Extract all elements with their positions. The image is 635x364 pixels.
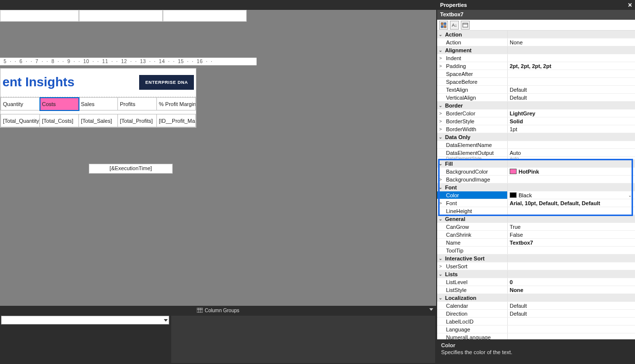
property-row-usersort[interactable]: >UserSort bbox=[437, 262, 635, 270]
property-category-lists[interactable]: ⌄Lists bbox=[437, 270, 635, 278]
property-category-alignment[interactable]: ⌄Alignment bbox=[437, 46, 635, 54]
chevron-down-icon[interactable]: ⌄ bbox=[437, 215, 444, 222]
property-category-general[interactable]: ⌄General bbox=[437, 215, 635, 223]
chevron-down-icon[interactable]: ⌄ bbox=[437, 270, 444, 278]
property-row-cangrow[interactable]: CanGrowTrue bbox=[437, 223, 635, 231]
property-row-font[interactable]: >FontArial, 10pt, Default, Default, Defa… bbox=[437, 199, 635, 207]
property-pages-button[interactable] bbox=[461, 21, 470, 30]
expander-icon[interactable] bbox=[437, 333, 444, 339]
expander-icon[interactable]: > bbox=[437, 54, 444, 62]
property-category-action[interactable]: ⌄Action bbox=[437, 31, 635, 38]
property-row-backgroundimage[interactable]: >BackgroundImage bbox=[437, 176, 635, 183]
column-header-quantity[interactable]: Quantity bbox=[1, 98, 40, 110]
property-row-color[interactable]: Color⌄ bbox=[437, 191, 635, 199]
chevron-down-icon[interactable]: ⌄ bbox=[437, 255, 444, 262]
column-header-sales[interactable]: Sales bbox=[79, 98, 118, 110]
group-dropdown[interactable] bbox=[1, 316, 169, 325]
property-row-backgroundcolor[interactable]: BackgroundColorHotPink bbox=[437, 168, 635, 176]
expander-icon[interactable] bbox=[437, 191, 444, 199]
property-row-liststyle[interactable]: ListStyleNone bbox=[437, 286, 635, 294]
property-row-language[interactable]: Language bbox=[437, 326, 635, 333]
expander-icon[interactable] bbox=[437, 231, 444, 238]
property-category-localization[interactable]: ⌄Localization bbox=[437, 294, 635, 302]
expander-icon[interactable]: > bbox=[437, 109, 444, 117]
chevron-down-icon[interactable] bbox=[429, 308, 433, 311]
property-value-input[interactable] bbox=[519, 192, 598, 198]
property-row-textalign[interactable]: TextAlignDefault bbox=[437, 86, 635, 94]
property-row-canshrink[interactable]: CanShrinkFalse bbox=[437, 231, 635, 239]
expander-icon[interactable] bbox=[437, 239, 444, 246]
report-body[interactable]: ent Insights ENTERPRISE DNA Quantity Cos… bbox=[0, 68, 196, 128]
chevron-down-icon[interactable]: ⌄ bbox=[437, 133, 444, 141]
property-row-numerallanguage[interactable]: NumeralLanguage bbox=[437, 333, 635, 339]
property-row-borderstyle[interactable]: >BorderStyleSolid bbox=[437, 117, 635, 125]
expander-icon[interactable]: > bbox=[437, 262, 444, 270]
expander-icon[interactable] bbox=[437, 326, 444, 333]
property-row-name[interactable]: NameTextbox7 bbox=[437, 239, 635, 247]
field-total-sales[interactable]: [Total_Sales] bbox=[79, 114, 118, 127]
column-groups-pane[interactable] bbox=[171, 316, 435, 363]
expander-icon[interactable] bbox=[437, 302, 444, 309]
field-total-profits[interactable]: [Total_Profits] bbox=[118, 114, 157, 127]
expander-icon[interactable] bbox=[437, 168, 444, 175]
expander-icon[interactable] bbox=[437, 141, 444, 148]
expander-icon[interactable]: > bbox=[437, 176, 444, 183]
column-header-costs[interactable]: Costs bbox=[40, 98, 79, 110]
property-row-indent[interactable]: >Indent bbox=[437, 54, 635, 62]
column-header-profit-margin[interactable]: % Profit Margin bbox=[157, 98, 196, 110]
property-row-calendar[interactable]: CalendarDefault bbox=[437, 302, 635, 310]
property-row-dataelementname[interactable]: DataElementName bbox=[437, 141, 635, 149]
property-row-spacebefore[interactable]: SpaceBefore bbox=[437, 78, 635, 86]
property-category-data-only[interactable]: ⌄Data Only bbox=[437, 133, 635, 141]
expander-icon[interactable] bbox=[437, 149, 444, 156]
expander-icon[interactable]: > bbox=[437, 62, 444, 70]
property-category-border[interactable]: ⌄Border bbox=[437, 102, 635, 109]
expander-icon[interactable] bbox=[437, 78, 444, 85]
expander-icon[interactable] bbox=[437, 223, 444, 230]
property-row-borderwidth[interactable]: >BorderWidth1pt bbox=[437, 125, 635, 133]
chevron-down-icon[interactable]: ⌄ bbox=[437, 294, 444, 301]
expander-icon[interactable]: > bbox=[437, 117, 444, 125]
expander-icon[interactable] bbox=[437, 318, 444, 325]
expander-icon[interactable] bbox=[437, 278, 444, 286]
property-row-listlevel[interactable]: ListLevel0 bbox=[437, 278, 635, 286]
close-icon[interactable]: × bbox=[628, 1, 632, 9]
execution-time-textbox[interactable]: [&ExecutionTime] bbox=[89, 164, 173, 174]
property-category-font[interactable]: ⌄Font bbox=[437, 183, 635, 191]
expander-icon[interactable]: > bbox=[437, 199, 444, 207]
expander-icon[interactable] bbox=[437, 94, 444, 101]
expander-icon[interactable] bbox=[437, 70, 444, 77]
property-row-lineheight[interactable]: LineHeight bbox=[437, 207, 635, 215]
property-row-padding[interactable]: >Padding2pt, 2pt, 2pt, 2pt bbox=[437, 62, 635, 70]
property-category-interactive-sort[interactable]: ⌄Interactive Sort bbox=[437, 255, 635, 262]
column-header-profits[interactable]: Profits bbox=[118, 98, 157, 110]
field-total-quantity[interactable]: [Total_Quantity] bbox=[1, 114, 40, 127]
property-row-direction[interactable]: DirectionDefault bbox=[437, 310, 635, 318]
property-row-verticalalign[interactable]: VerticalAlignDefault bbox=[437, 94, 635, 102]
alphabetical-view-button[interactable]: A↓ bbox=[450, 21, 459, 30]
row-groups-pane[interactable] bbox=[0, 315, 170, 364]
report-title-text[interactable]: ent Insights bbox=[2, 74, 75, 90]
expander-icon[interactable] bbox=[437, 38, 444, 46]
chevron-down-icon[interactable]: ⌄ bbox=[437, 183, 444, 191]
field-total-costs[interactable]: [Total_Costs] bbox=[40, 114, 79, 127]
chevron-down-icon[interactable]: ⌄ bbox=[437, 102, 444, 109]
report-table[interactable]: Quantity Costs Sales Profits % Profit Ma… bbox=[0, 97, 196, 127]
property-row-dataelementoutput[interactable]: DataElementOutputAuto bbox=[437, 149, 635, 157]
property-row-bordercolor[interactable]: >BorderColorLightGrey bbox=[437, 109, 635, 117]
property-row-spaceafter[interactable]: SpaceAfter bbox=[437, 70, 635, 78]
expander-icon[interactable]: > bbox=[437, 125, 444, 133]
chevron-down-icon[interactable]: ⌄ bbox=[437, 160, 444, 167]
property-row-tooltip[interactable]: ToolTip bbox=[437, 247, 635, 255]
field-profit-margin[interactable]: [ID__Profit_Mar bbox=[157, 114, 196, 127]
column-groups-header[interactable]: Column Groups bbox=[0, 306, 436, 315]
design-canvas[interactable]: 5 · · 6 · · 7 · · 8 · · 9 · · 10 · · 11 … bbox=[0, 10, 436, 306]
categorized-view-button[interactable] bbox=[439, 21, 448, 30]
property-row-action[interactable]: ActionNone bbox=[437, 38, 635, 46]
expander-icon[interactable] bbox=[437, 286, 444, 293]
property-row-labellocid[interactable]: LabelLocID bbox=[437, 318, 635, 326]
chevron-down-icon[interactable]: ⌄ bbox=[628, 191, 632, 199]
chevron-down-icon[interactable]: ⌄ bbox=[437, 46, 444, 54]
expander-icon[interactable] bbox=[437, 207, 444, 215]
expander-icon[interactable] bbox=[437, 86, 444, 93]
